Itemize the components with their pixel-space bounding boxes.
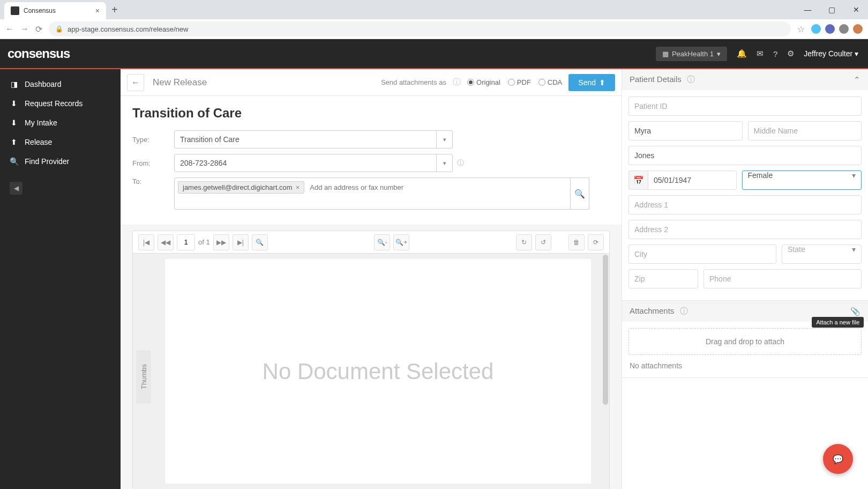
delete-button[interactable]: 🗑 [568, 234, 585, 250]
patient-details-header[interactable]: Patient Details ⓘ ⌃ [622, 69, 868, 90]
send-icon: ⬆ [599, 78, 605, 87]
chevron-down-icon: ▾ [717, 50, 721, 58]
collapse-sidebar-button[interactable]: ◀ [10, 182, 23, 195]
org-name: PeakHealth 1 [672, 50, 714, 58]
search-recipient-button[interactable]: 🔍 [570, 177, 589, 210]
url-text: app-stage.consensus.com/release/new [68, 25, 188, 33]
close-tab-icon[interactable]: × [95, 6, 100, 15]
browser-tab[interactable]: Consensus × [4, 2, 106, 19]
chevron-down-icon: ▾ [852, 245, 856, 254]
last-name-input[interactable] [628, 146, 862, 165]
calendar-icon[interactable]: 📅 [628, 171, 648, 190]
prev-page-button[interactable]: ◀◀ [158, 234, 174, 250]
address1-input[interactable] [628, 195, 862, 214]
tab-title: Consensus [24, 7, 91, 14]
help-icon[interactable]: ? [773, 49, 777, 58]
recipient-chip: james.getwell@direct.digichart.com × [178, 181, 304, 194]
org-switcher[interactable]: ▦ PeakHealth 1 ▾ [656, 47, 727, 61]
chat-icon: 💬 [833, 454, 843, 464]
chevron-down-icon: ▾ [436, 131, 452, 148]
to-label: To: [132, 177, 174, 210]
sidebar-label: Request Records [25, 99, 83, 108]
user-menu[interactable]: Jeffrey Coulter ▾ [804, 49, 858, 58]
info-icon[interactable]: ⓘ [453, 77, 461, 87]
type-label: Type: [132, 136, 174, 144]
back-button[interactable]: ← [127, 74, 144, 91]
drop-area[interactable]: Drag and drop to attach [628, 328, 862, 355]
radio-cda[interactable]: CDA [538, 78, 562, 86]
sidebar-item-find-provider[interactable]: 🔍 Find Provider [0, 152, 121, 171]
org-icon: ▦ [662, 50, 669, 58]
forward-nav-icon[interactable]: → [20, 24, 29, 34]
minimize-button[interactable]: — [796, 0, 820, 19]
address-bar[interactable]: 🔒 app-stage.consensus.com/release/new [49, 21, 791, 36]
rotate-ccw-button[interactable]: ↺ [535, 234, 551, 250]
address2-input[interactable] [628, 220, 862, 239]
send-button[interactable]: Send ⬆ [568, 74, 615, 91]
sidebar-item-my-intake[interactable]: ⬇ My Intake [0, 113, 121, 132]
attach-file-button[interactable]: 📎 [850, 307, 860, 316]
radio-icon [508, 79, 515, 86]
first-page-button[interactable]: |◀ [138, 234, 154, 250]
patient-id-input[interactable] [628, 97, 862, 116]
refresh-button[interactable]: ⟳ [588, 234, 604, 250]
city-input[interactable] [628, 244, 776, 264]
info-icon[interactable]: ⓘ [687, 75, 695, 84]
dashboard-icon: ◨ [10, 80, 18, 88]
close-window-button[interactable]: ✕ [844, 0, 868, 19]
sidebar-item-dashboard[interactable]: ◨ Dashboard [0, 75, 121, 94]
maximize-button[interactable]: ▢ [820, 0, 844, 19]
mail-icon[interactable]: ✉ [757, 49, 764, 58]
to-input[interactable] [308, 181, 415, 194]
zip-input[interactable] [628, 269, 698, 288]
thumbs-toggle[interactable]: Thumbs [136, 350, 151, 404]
from-select[interactable]: 208-723-2864 ▾ [174, 154, 453, 172]
bell-icon[interactable]: 🔔 [737, 49, 747, 58]
sidebar-label: Find Provider [25, 157, 69, 166]
reload-icon[interactable]: ⟳ [35, 24, 42, 34]
chat-bubble-button[interactable]: 💬 [823, 444, 853, 474]
next-page-button[interactable]: ▶▶ [213, 234, 229, 250]
phone-input[interactable] [704, 269, 862, 288]
remove-chip-icon[interactable]: × [296, 183, 300, 191]
info-icon[interactable]: ⓘ [457, 158, 464, 168]
zoom-out-button[interactable]: 🔍- [374, 234, 390, 250]
state-select[interactable]: State ▾ [782, 244, 862, 264]
rotate-cw-button[interactable]: ↻ [516, 234, 532, 250]
back-nav-icon[interactable]: ← [5, 24, 14, 34]
page-number-input[interactable] [177, 234, 195, 250]
gender-select[interactable]: Female ▾ [742, 171, 862, 190]
scroll-thumb[interactable] [603, 255, 608, 405]
star-icon[interactable]: ☆ [797, 24, 805, 34]
sidebar: ◨ Dashboard ⬇ Request Records ⬇ My Intak… [0, 69, 121, 489]
zoom-in-button[interactable]: 🔍+ [393, 234, 409, 250]
dob-input[interactable] [648, 171, 737, 190]
new-tab-button[interactable]: + [111, 4, 118, 16]
sidebar-item-request-records[interactable]: ⬇ Request Records [0, 94, 121, 113]
page-of-label: of 1 [198, 238, 210, 246]
extension-icon[interactable] [839, 24, 849, 34]
no-document-text: No Document Selected [263, 359, 494, 384]
type-select[interactable]: Transition of Care ▾ [174, 130, 453, 149]
inbox-icon: ⬇ [10, 118, 18, 127]
info-icon[interactable]: ⓘ [680, 306, 688, 315]
document-scrollbar[interactable] [602, 254, 609, 489]
extension-icon[interactable] [825, 24, 835, 34]
extension-icon[interactable] [811, 24, 821, 34]
middle-name-input[interactable] [748, 121, 862, 140]
sidebar-label: My Intake [25, 118, 57, 127]
chevron-down-icon: ▾ [436, 154, 452, 172]
radio-pdf[interactable]: PDF [508, 78, 531, 86]
radio-icon [467, 79, 474, 86]
chevron-down-icon: ▾ [852, 171, 856, 180]
profile-avatar-icon[interactable] [853, 24, 863, 34]
to-field[interactable]: james.getwell@direct.digichart.com × [174, 177, 571, 210]
last-page-button[interactable]: ▶| [233, 234, 249, 250]
radio-original[interactable]: Original [467, 78, 500, 86]
search-document-button[interactable]: 🔍 [252, 234, 268, 250]
sidebar-item-release[interactable]: ⬆ Release [0, 132, 121, 152]
form-title: Transition of Care [132, 106, 610, 121]
gear-icon[interactable]: ⚙ [787, 49, 794, 58]
favicon [11, 6, 19, 15]
first-name-input[interactable] [628, 121, 743, 140]
